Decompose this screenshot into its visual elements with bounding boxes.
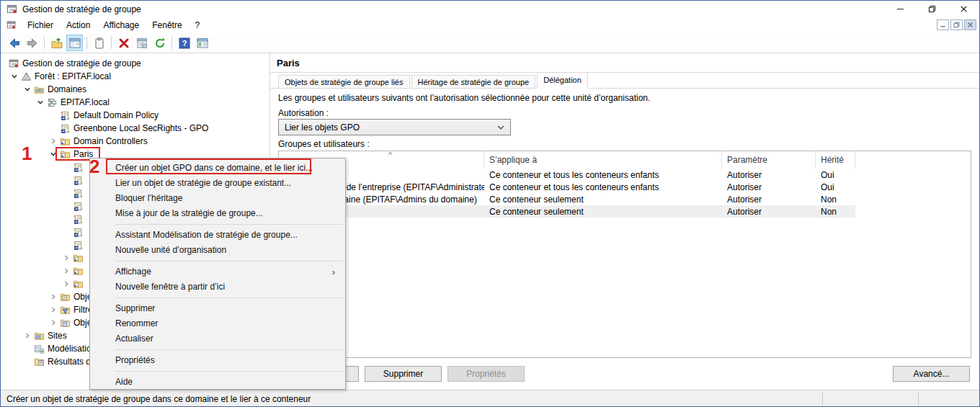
menu-item-label: Lier un objet de stratégie de groupe exi… (115, 176, 335, 191)
chevron-down-icon[interactable] (8, 71, 20, 82)
context-menu-item-view[interactable]: Affichage› (90, 264, 345, 279)
table-row[interactable]: Admins du domaine (EPITAF\Admins du doma… (279, 193, 855, 205)
tree-item-label: Domaines (45, 84, 86, 94)
tree-item-default-domain-policy[interactable]: Default Domain Policy (1, 109, 270, 122)
remove-button[interactable]: Supprimer (365, 366, 442, 382)
chevron-right-icon[interactable] (47, 135, 59, 147)
restore-button[interactable] (916, 1, 948, 17)
gpo-icon (72, 187, 84, 199)
tree-item-domaines[interactable]: Domaines (1, 83, 270, 96)
chevron-right-icon[interactable] (60, 252, 72, 264)
menu-help[interactable]: ? (189, 17, 207, 33)
status-text: Créer un objet de stratégie de groupe da… (6, 394, 311, 404)
annotation-step-1: 1 (22, 143, 32, 165)
domain-icon (46, 97, 58, 108)
statusbar: Créer un objet de stratégie de groupe da… (1, 390, 979, 407)
tab-h-ritage-de-strat-gie-de-groupe[interactable]: Héritage de stratégie de groupe (411, 75, 536, 89)
console-icon (8, 58, 20, 69)
chevron-down-icon[interactable] (34, 97, 46, 108)
chevron-right-icon[interactable] (60, 278, 72, 290)
table-row[interactable]: Ce conteneur seulementAutoriserNon (279, 205, 855, 218)
toolbar-back-icon[interactable] (6, 35, 22, 51)
starter-folder-icon (59, 317, 71, 328)
menu-item-label: Nouvelle fenêtre à partir d’ici (115, 279, 335, 295)
tab-d-l-gation[interactable]: Délégation (537, 72, 588, 89)
context-menu-item-link-existing-gpo[interactable]: Lier un objet de stratégie de groupe exi… (90, 176, 345, 191)
tree-item-forest[interactable]: Forêt : EPITAF.local (1, 70, 270, 83)
tree-item-greenbone-gpo[interactable]: Greenbone Local SecRights - GPO (1, 122, 270, 135)
menu-action[interactable]: Action (60, 17, 97, 33)
column-header-s-applique-[interactable]: S’applique à (484, 151, 722, 169)
chevron-right-icon[interactable] (21, 330, 33, 341)
context-menu-item-update-policy[interactable]: Mise à jour de la stratégie de groupe... (90, 206, 345, 221)
chevron-right-icon[interactable] (47, 317, 59, 328)
toolbar-console-tree-icon[interactable] (194, 35, 210, 51)
table-row[interactable]: Administrateurs de l’entreprise (EPITAF\… (279, 181, 855, 193)
chevron-down-icon[interactable] (21, 84, 33, 95)
tree-item-label: Forêt : EPITAF.local (32, 71, 111, 81)
context-menu-item-new-window[interactable]: Nouvelle fenêtre à partir d’ici (90, 279, 345, 295)
tree-item-label: Greenbone Local SecRights - GPO (71, 123, 208, 133)
groups-users-list: ^S’applique àParamètreHérité Administrat… (278, 151, 971, 358)
column-header-h-rit-[interactable]: Hérité (816, 151, 855, 169)
menu-window[interactable]: Fenêtre (146, 17, 188, 33)
toolbar-refresh-icon[interactable] (151, 35, 168, 51)
child-restore-button[interactable] (950, 19, 963, 30)
close-button[interactable] (948, 1, 979, 17)
toolbar-forward-icon[interactable] (24, 35, 40, 51)
menubar: FichierActionAffichageFenêtre? (1, 17, 979, 33)
chevron-right-icon[interactable] (47, 291, 59, 303)
chevron-spacer (47, 122, 59, 134)
menu-item-label: Aide (115, 375, 335, 390)
table-cell: Non (816, 207, 855, 217)
tree-item-domain-controllers[interactable]: Domain Controllers (1, 135, 270, 148)
context-menu-item-refresh[interactable]: Actualiser (90, 331, 345, 346)
toolbar-delete-icon[interactable] (115, 35, 132, 51)
child-close-button[interactable] (964, 19, 976, 30)
chevron-spacer (21, 343, 33, 354)
advanced-button[interactable]: Avancé... (893, 366, 970, 382)
menu-separator (115, 261, 343, 261)
chevron-spacer (47, 109, 59, 121)
context-menu-item-new-ou[interactable]: Nouvelle unité d’organisation (90, 243, 345, 258)
chevron-spacer (60, 174, 72, 186)
toolbar-help-icon[interactable]: ? (176, 35, 192, 51)
child-minimize-button[interactable] (937, 19, 949, 30)
tree-item-root[interactable]: Gestion de stratégie de groupe (1, 57, 270, 70)
tab-objets-de-strat-gie-de-groupe-li-s[interactable]: Objets de stratégie de groupe liés (278, 75, 410, 89)
authorization-select[interactable]: Lier les objets GPO (278, 119, 511, 135)
authorization-selected-value: Lier les objets GPO (285, 122, 360, 133)
context-menu-item-delete[interactable]: Supprimer (90, 301, 345, 316)
menu-item-label: Affichage (115, 264, 326, 279)
statusbar-divider (822, 393, 823, 405)
ou-icon (72, 265, 84, 277)
modeling-icon (33, 343, 45, 354)
table-row[interactable]: AdministrateursCe conteneur et tous les … (279, 169, 855, 181)
minimize-button[interactable] (884, 1, 916, 17)
child-window-controls (937, 19, 976, 30)
gpo-icon (72, 239, 84, 251)
menu-item-label: Nouvelle unité d’organisation (115, 243, 335, 258)
table-cell: Ce conteneur et tous les conteneurs enfa… (484, 182, 722, 192)
toolbar-show-window-icon[interactable] (66, 35, 83, 51)
gpo-icon (72, 174, 84, 186)
chevron-right-icon[interactable] (60, 265, 72, 277)
context-menu-item-block-inheritance[interactable]: Bloquer l’héritage (90, 191, 345, 206)
context-menu-item-modeling-wizard[interactable]: Assistant Modélisation de stratégie de g… (90, 228, 345, 243)
context-menu-item-help[interactable]: Aide (90, 375, 345, 390)
toolbar: ? (1, 33, 979, 53)
toolbar-clipboard-icon[interactable] (91, 35, 107, 51)
toolbar-properties-icon[interactable] (133, 35, 150, 51)
context-menu-item-properties[interactable]: Propriétés (90, 353, 345, 368)
toolbar-export-list-icon[interactable] (48, 35, 65, 51)
menu-view[interactable]: Affichage (97, 17, 146, 33)
gpo-icon (59, 109, 71, 121)
menu-separator (115, 371, 343, 372)
menu-file[interactable]: Fichier (21, 17, 60, 33)
menu-item-label: Actualiser (115, 331, 335, 346)
chevron-right-icon[interactable] (47, 304, 59, 316)
combo-chevron-down-icon (497, 125, 504, 130)
tree-item-epitaf-local[interactable]: EPITAF.local (1, 96, 270, 109)
column-header-param-tre[interactable]: Paramètre (722, 151, 816, 169)
context-menu-item-rename[interactable]: Renommer (90, 316, 345, 331)
